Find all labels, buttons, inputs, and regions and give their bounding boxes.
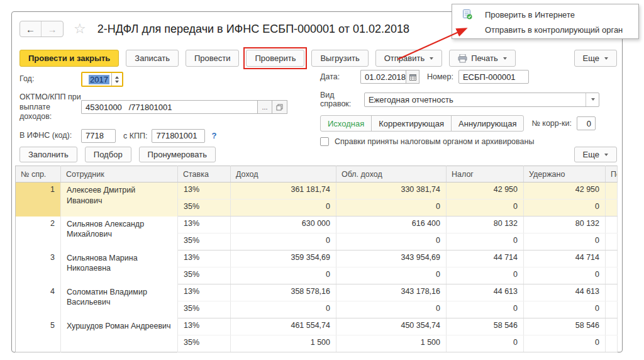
cell-rate[interactable]: 13% — [178, 284, 231, 301]
cell-rate[interactable]: 35% — [178, 301, 231, 318]
cell-income[interactable]: 359 354,69 — [231, 250, 336, 267]
cell-taxable[interactable]: 616 400 — [336, 217, 447, 233]
post-and-close-button[interactable]: Провести и закрыть — [19, 50, 119, 67]
cell-tax[interactable]: 44 613 — [447, 284, 524, 301]
cell-employee[interactable]: Сильянов Александр Михайлович — [61, 217, 178, 250]
cell-withheld[interactable]: 42 950 — [524, 183, 606, 200]
help-question-link[interactable]: ? — [211, 131, 216, 140]
cell-withheld[interactable]: 0 — [524, 233, 606, 250]
cell-withheld[interactable]: 44 714 — [524, 250, 606, 267]
cell-rate[interactable]: 13% — [178, 318, 231, 335]
export-button[interactable]: Выгрузить — [311, 50, 368, 67]
type-cancelling-toggle[interactable]: Аннулирующая — [451, 115, 524, 132]
number-field[interactable]: ЕСБП-000001 — [458, 70, 529, 84]
date-field[interactable]: 01.02.2018 — [360, 70, 406, 84]
cell-taxable[interactable]: 0 — [336, 267, 447, 284]
cell-income[interactable]: 0 — [231, 233, 336, 250]
cell-rate[interactable]: 13% — [178, 217, 231, 233]
cell-taxable[interactable]: 343 954,69 — [336, 250, 447, 267]
cell-tax[interactable]: 58 546 — [447, 318, 524, 335]
select-arrow[interactable] — [586, 93, 599, 106]
cell-transferred[interactable] — [606, 233, 618, 250]
table-row[interactable]: 2 Сильянов Александр Михайлович 13% 630 … — [16, 217, 618, 233]
print-button[interactable]: Печать — [449, 50, 516, 67]
type-correcting-toggle[interactable]: Корректирующая — [371, 115, 452, 132]
cell-tax[interactable]: 0 — [447, 200, 524, 217]
year-field[interactable]: 2017 — [81, 72, 123, 87]
cell-tax[interactable]: 0 — [447, 335, 524, 352]
cell-taxable[interactable]: 450 354,74 — [336, 318, 447, 335]
cell-rate[interactable]: 35% — [178, 267, 231, 284]
cell-tax[interactable]: 0 — [447, 267, 524, 284]
oktmo-ellipsis-button[interactable]: ... — [257, 100, 272, 114]
type-original-toggle[interactable]: Исходная — [320, 115, 372, 132]
cell-withheld[interactable]: 0 — [524, 301, 606, 318]
col-header-taxable-income[interactable]: Обл. доход — [336, 166, 447, 183]
cell-income[interactable]: 358 578,16 — [231, 284, 336, 301]
ifns-code-field[interactable]: 7718 — [81, 129, 116, 143]
cell-income[interactable]: 361 181,74 — [231, 183, 336, 200]
cell-transferred[interactable] — [606, 250, 618, 267]
table-row[interactable]: 1 Алексеев Дмитрий Иванович 13% 361 181,… — [16, 183, 618, 200]
check-button[interactable]: Проверить — [246, 50, 304, 67]
more-button-top[interactable]: Еще — [574, 50, 617, 67]
archived-checkbox[interactable] — [320, 137, 329, 146]
cell-tax[interactable]: 42 950 — [447, 183, 524, 200]
cell-rate[interactable]: 35% — [178, 233, 231, 250]
cell-withheld[interactable]: 58 546 — [524, 318, 606, 335]
cell-tax[interactable]: 80 132 — [447, 217, 524, 233]
cell-income[interactable]: 630 000 — [231, 217, 336, 233]
table-row[interactable]: 3 Сильянова Марина Николаевна 13% 359 35… — [16, 250, 618, 267]
col-header-employee[interactable]: Сотрудник — [61, 166, 178, 183]
cell-rate[interactable]: 35% — [178, 335, 231, 352]
cell-tax[interactable]: 44 714 — [447, 250, 524, 267]
cell-withheld[interactable]: 0 — [524, 267, 606, 284]
menu-item-check-online[interactable]: Проверить в Интернете — [452, 7, 638, 22]
cell-transferred[interactable] — [606, 284, 618, 301]
cell-transferred[interactable] — [606, 217, 618, 233]
cell-income[interactable]: 0 — [231, 200, 336, 217]
cell-withheld[interactable]: 80 132 — [524, 217, 606, 233]
cell-taxable[interactable]: 0 — [336, 233, 447, 250]
col-header-transferred[interactable]: Пе — [606, 166, 618, 183]
cell-withheld[interactable]: 44 613 — [524, 284, 606, 301]
col-header-num[interactable]: № спр. — [16, 166, 61, 183]
cell-rate[interactable]: 13% — [178, 250, 231, 267]
cell-withheld[interactable]: 0 — [524, 200, 606, 217]
col-header-income[interactable]: Доход — [231, 166, 336, 183]
cell-num[interactable]: 5 — [16, 318, 61, 352]
cell-taxable[interactable]: 0 — [336, 301, 447, 318]
cell-transferred[interactable] — [606, 183, 618, 200]
table-row[interactable]: 5 Хуршудов Роман Андреевич 13% 461 554,7… — [16, 318, 618, 335]
cell-num[interactable]: 3 — [16, 250, 61, 284]
cell-num[interactable]: 2 — [16, 217, 61, 250]
correction-number-field[interactable]: 0 — [577, 116, 596, 130]
cell-taxable[interactable]: 330 381,74 — [336, 183, 447, 200]
cell-income[interactable]: 1 500 — [231, 335, 336, 352]
fill-button[interactable]: Заполнить — [19, 147, 77, 162]
col-header-withheld[interactable]: Удержано — [524, 166, 606, 183]
calendar-button[interactable] — [406, 70, 419, 84]
renumber-button[interactable]: Пронумеровать — [139, 147, 216, 162]
cell-transferred[interactable] — [606, 318, 618, 335]
cell-transferred[interactable] — [606, 267, 618, 284]
forward-arrow-icon[interactable]: → — [42, 21, 63, 37]
cell-withheld[interactable]: 0 — [524, 335, 606, 352]
cell-employee[interactable]: Сильянова Марина Николаевна — [61, 250, 178, 284]
oktmo-field[interactable]: 45301000 /771801001 — [81, 100, 257, 114]
cell-transferred[interactable] — [606, 301, 618, 318]
open-link-button[interactable] — [272, 100, 287, 114]
col-header-rate[interactable]: Ставка — [178, 166, 231, 183]
cell-tax[interactable]: 0 — [447, 301, 524, 318]
pick-button[interactable]: Подбор — [85, 147, 131, 162]
cell-rate[interactable]: 13% — [178, 183, 231, 200]
cell-employee[interactable]: Алексеев Дмитрий Иванович — [61, 183, 178, 217]
cell-num[interactable]: 1 — [16, 183, 61, 217]
cell-income[interactable]: 0 — [231, 301, 336, 318]
back-arrow-icon[interactable]: ← — [20, 21, 42, 37]
cell-income[interactable]: 461 554,74 — [231, 318, 336, 335]
table-row[interactable]: 4 Соломатин Владимир Васильевич 13% 358 … — [16, 284, 618, 301]
cell-transferred[interactable] — [606, 200, 618, 217]
cell-taxable[interactable]: 0 — [336, 200, 447, 217]
kind-select[interactable]: Ежегодная отчетность — [364, 93, 599, 107]
